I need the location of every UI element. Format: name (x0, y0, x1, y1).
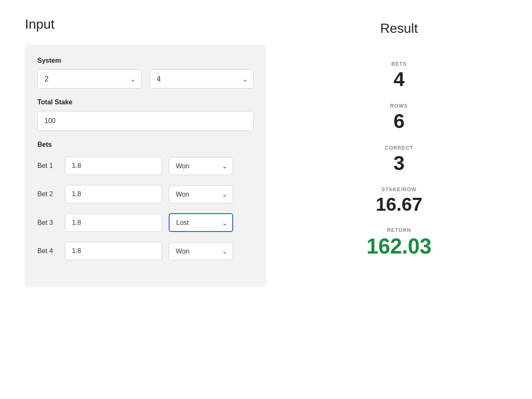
bet-4-odds-input[interactable] (65, 242, 162, 260)
result-panel: Result BETS 4 ROWS 6 CORRECT 3 STAKE/ROW… (291, 17, 507, 382)
bet-3-result-select[interactable]: Won Lost Void (169, 213, 233, 232)
bets-section: Bets Bet 1 Won Lost Void ⌄ (37, 141, 254, 260)
bet-1-label: Bet 1 (37, 162, 58, 170)
bet-row-1: Bet 1 Won Lost Void ⌄ (37, 157, 254, 175)
bets-stat: BETS 4 (391, 61, 406, 91)
stake-row-stat-value: 16.67 (376, 194, 422, 214)
bet-4-result-select[interactable]: Won Lost Void (169, 242, 233, 260)
bet-3-odds-input[interactable] (65, 214, 162, 232)
bets-stat-value: 4 (394, 69, 405, 91)
bet-row-4: Bet 4 Won Lost Void ⌄ (37, 242, 254, 260)
correct-stat-label: CORRECT (385, 145, 414, 151)
bets-label: Bets (37, 141, 254, 148)
bet-row-2: Bet 2 Won Lost Void ⌄ (37, 185, 254, 203)
correct-stat: CORRECT 3 (385, 145, 414, 175)
bet-4-label: Bet 4 (37, 247, 58, 255)
result-title: Result (380, 21, 418, 36)
bets-stat-label: BETS (391, 61, 406, 67)
correct-stat-value: 3 (394, 153, 405, 175)
stake-row-stat-label: STAKE/ROW (382, 187, 416, 192)
system-select-2[interactable]: 1 2 3 4 5 6 (150, 69, 254, 89)
bet-2-label: Bet 2 (37, 190, 58, 198)
bet-2-odds-input[interactable] (65, 185, 162, 203)
rows-stat-value: 6 (394, 111, 405, 133)
system-row: 1 2 3 4 5 ⌄ 1 2 3 4 5 6 (37, 69, 254, 89)
stake-row-stat: STAKE/ROW 16.67 (376, 187, 422, 214)
bet-1-odds-input[interactable] (65, 157, 162, 175)
bet-2-result-wrapper: Won Lost Void ⌄ (169, 185, 233, 203)
system-label: System (37, 57, 254, 64)
stats-container: BETS 4 ROWS 6 CORRECT 3 STAKE/ROW 16.67 … (291, 61, 507, 258)
bet-4-result-wrapper: Won Lost Void ⌄ (169, 242, 233, 260)
system-select-1-wrapper: 1 2 3 4 5 ⌄ (37, 69, 141, 89)
bet-1-result-wrapper: Won Lost Void ⌄ (169, 157, 233, 175)
input-card: System 1 2 3 4 5 ⌄ 1 2 3 (25, 44, 266, 287)
bet-2-result-select[interactable]: Won Lost Void (169, 185, 233, 203)
return-stat: RETURN 162.03 (367, 227, 432, 258)
system-select-2-wrapper: 1 2 3 4 5 6 ⌄ (150, 69, 254, 89)
system-select-1[interactable]: 1 2 3 4 5 (37, 69, 141, 89)
input-title: Input (25, 17, 291, 32)
bet-3-result-wrapper: Won Lost Void ⌄ (169, 213, 233, 232)
return-stat-label: RETURN (387, 227, 411, 233)
rows-stat-label: ROWS (390, 103, 408, 109)
rows-stat: ROWS 6 (390, 103, 408, 133)
input-panel: Input System 1 2 3 4 5 ⌄ 1 (25, 17, 291, 382)
bet-3-label: Bet 3 (37, 219, 58, 227)
total-stake-label: Total Stake (37, 99, 254, 106)
bet-1-result-select[interactable]: Won Lost Void (169, 157, 233, 175)
bet-row-3: Bet 3 Won Lost Void ⌄ (37, 213, 254, 232)
total-stake-section: Total Stake (37, 99, 254, 131)
total-stake-input[interactable] (37, 111, 254, 131)
return-stat-value: 162.03 (367, 235, 432, 258)
